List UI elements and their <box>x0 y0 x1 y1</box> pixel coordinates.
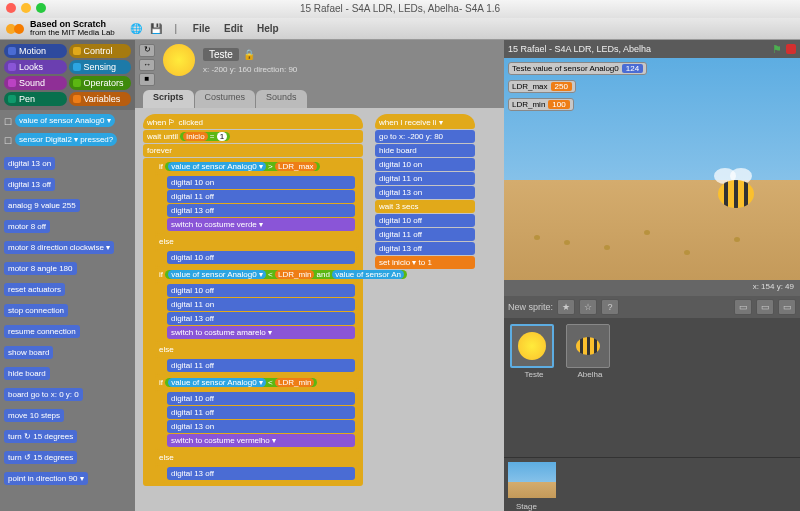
choose-sprite-icon[interactable]: ☆ <box>579 299 597 315</box>
block-switch-costume-verde[interactable]: switch to costume verde ▾ <box>167 218 355 231</box>
hat-green-flag[interactable]: when 🏳 clicked <box>143 114 363 129</box>
block-digital-10-off-3[interactable]: digital 10 off <box>167 392 355 405</box>
monitor-ldr-min[interactable]: LDR_min 100 <box>508 98 574 111</box>
block-else-2[interactable]: else <box>155 343 359 356</box>
palette-block[interactable]: sensor Digital2 ▾ pressed? <box>15 133 117 146</box>
tab-sounds[interactable]: Sounds <box>256 90 307 108</box>
c-block-forever[interactable]: if value of sensor Analog0 ▾ > LDR_max d… <box>143 158 363 486</box>
block-s2-d13-on[interactable]: digital 13 on <box>375 186 475 199</box>
script-stack-1[interactable]: when 🏳 clicked wait until inicio = 1 for… <box>143 114 363 487</box>
category-variables[interactable]: Variables <box>69 92 132 106</box>
menu-file[interactable]: File <box>187 23 216 34</box>
palette-block[interactable]: value of sensor Analog0 ▾ <box>15 114 115 127</box>
block-s2-d10-on[interactable]: digital 10 on <box>375 158 475 171</box>
palette-block[interactable]: motor 8 off <box>4 220 50 233</box>
palette-block[interactable]: motor 8 angle 180 <box>4 262 77 275</box>
zoom-icon[interactable] <box>36 3 46 13</box>
tab-costumes[interactable]: Costumes <box>195 90 256 108</box>
monitor-sensor[interactable]: Teste value of sensor Analog0 124 <box>508 62 647 75</box>
block-if-3[interactable]: if value of sensor Analog0 ▾ < LDR_min <box>155 376 359 389</box>
block-switch-costume-amarelo[interactable]: switch to costume amarelo ▾ <box>167 326 355 339</box>
minimize-icon[interactable] <box>21 3 31 13</box>
rotate-lr-icon[interactable]: ↔ <box>139 59 155 72</box>
view-mode-1-icon[interactable]: ▭ <box>734 299 752 315</box>
hat-receive[interactable]: when I receive li ▾ <box>375 114 475 129</box>
rotate-free-icon[interactable]: ↻ <box>139 44 155 57</box>
block-digital-13-off[interactable]: digital 13 off <box>167 204 355 217</box>
block-switch-costume-vermelho[interactable]: switch to costume vermelho ▾ <box>167 434 355 447</box>
stage-thumbnail[interactable] <box>508 462 556 498</box>
view-mode-2-icon[interactable]: ▭ <box>756 299 774 315</box>
block-digital-11-off[interactable]: digital 11 off <box>167 190 355 203</box>
block-s2-d13-off[interactable]: digital 13 off <box>375 242 475 255</box>
sprite-item-teste[interactable]: Teste <box>510 324 558 379</box>
bee-sprite[interactable] <box>710 168 760 208</box>
block-digital-10-off-2[interactable]: digital 10 off <box>167 284 355 297</box>
scripts-area[interactable]: when 🏳 clicked wait until inicio = 1 for… <box>135 108 504 511</box>
category-operators[interactable]: Operators <box>69 76 132 90</box>
category-sound[interactable]: Sound <box>4 76 67 90</box>
surprise-sprite-icon[interactable]: ? <box>601 299 619 315</box>
palette-block[interactable]: motor 8 direction clockwise ▾ <box>4 241 114 254</box>
palette-block[interactable]: resume connection <box>4 325 80 338</box>
palette-block[interactable]: board go to x: 0 y: 0 <box>4 388 83 401</box>
palette-block[interactable]: show board <box>4 346 53 359</box>
block-digital-10-on[interactable]: digital 10 on <box>167 176 355 189</box>
block-digital-11-off-2[interactable]: digital 11 off <box>167 359 355 372</box>
palette-block[interactable]: turn ↻ 15 degrees <box>4 430 77 443</box>
block-s2-d11-on[interactable]: digital 11 on <box>375 172 475 185</box>
category-pen[interactable]: Pen <box>4 92 67 106</box>
block-s2-d11-off[interactable]: digital 11 off <box>375 228 475 241</box>
block-digital-13-on[interactable]: digital 13 on <box>167 420 355 433</box>
block-if-2[interactable]: if value of sensor Analog0 ▾ < LDR_min a… <box>155 268 359 281</box>
tab-scripts[interactable]: Scripts <box>143 90 194 108</box>
sprite-item-abelha[interactable]: Abelha <box>566 324 614 379</box>
save-icon[interactable]: 💾 <box>147 20 165 38</box>
category-motion[interactable]: Motion <box>4 44 67 58</box>
reporter-checkbox[interactable]: ☐ <box>4 136 12 146</box>
block-digital-11-on[interactable]: digital 11 on <box>167 298 355 311</box>
block-else-1[interactable]: else <box>155 235 359 248</box>
sprite-name[interactable]: Teste <box>203 48 239 61</box>
block-wait-until[interactable]: wait until inicio = 1 <box>143 130 363 143</box>
block-digital-13-off-2[interactable]: digital 13 off <box>167 312 355 325</box>
palette-block[interactable]: hide board <box>4 367 50 380</box>
menu-edit[interactable]: Edit <box>218 23 249 34</box>
palette-block[interactable]: reset actuators <box>4 283 65 296</box>
rotate-none-icon[interactable]: ■ <box>139 73 155 86</box>
traffic-lights[interactable] <box>6 3 46 13</box>
monitor-ldr-max[interactable]: LDR_max 250 <box>508 80 576 93</box>
category-control[interactable]: Control <box>69 44 132 58</box>
palette-block[interactable]: digital 13 on <box>4 157 55 170</box>
block-digital-10-off[interactable]: digital 10 off <box>167 251 355 264</box>
green-flag-icon[interactable]: ⚑ <box>772 43 782 56</box>
block-hide-board[interactable]: hide board <box>375 144 475 157</box>
palette-block[interactable]: move 10 steps <box>4 409 64 422</box>
category-sensing[interactable]: Sensing <box>69 60 132 74</box>
close-icon[interactable] <box>6 3 16 13</box>
view-mode-3-icon[interactable]: ▭ <box>778 299 796 315</box>
palette-block[interactable]: point in direction 90 ▾ <box>4 472 88 485</box>
block-wait-3[interactable]: wait 3 secs <box>375 200 475 213</box>
menu-help[interactable]: Help <box>251 23 285 34</box>
block-digital-11-off-3[interactable]: digital 11 off <box>167 406 355 419</box>
stop-icon[interactable] <box>786 44 796 54</box>
block-if-1[interactable]: if value of sensor Analog0 ▾ > LDR_max <box>155 160 359 173</box>
block-forever[interactable]: forever <box>143 144 363 157</box>
block-s2-d10-off[interactable]: digital 10 off <box>375 214 475 227</box>
block-digital-13-off-3[interactable]: digital 13 off <box>167 467 355 480</box>
palette-block[interactable]: analog 9 value 255 <box>4 199 80 212</box>
block-set-inicio[interactable]: set inicio ▾ to 1 <box>375 256 475 269</box>
paint-sprite-icon[interactable]: ★ <box>557 299 575 315</box>
block-else-3[interactable]: else <box>155 451 359 464</box>
palette-block[interactable]: turn ↺ 15 degrees <box>4 451 77 464</box>
reporter-checkbox[interactable]: ☐ <box>4 117 12 127</box>
palette-block[interactable]: digital 13 off <box>4 178 55 191</box>
globe-icon[interactable]: 🌐 <box>127 20 145 38</box>
lock-icon[interactable]: 🔒 <box>243 49 255 60</box>
block-goto[interactable]: go to x: -200 y: 80 <box>375 130 475 143</box>
palette-block[interactable]: stop connection <box>4 304 68 317</box>
script-stack-2[interactable]: when I receive li ▾ go to x: -200 y: 80 … <box>375 114 475 270</box>
stage-canvas[interactable]: Teste value of sensor Analog0 124 LDR_ma… <box>504 58 800 280</box>
category-looks[interactable]: Looks <box>4 60 67 74</box>
